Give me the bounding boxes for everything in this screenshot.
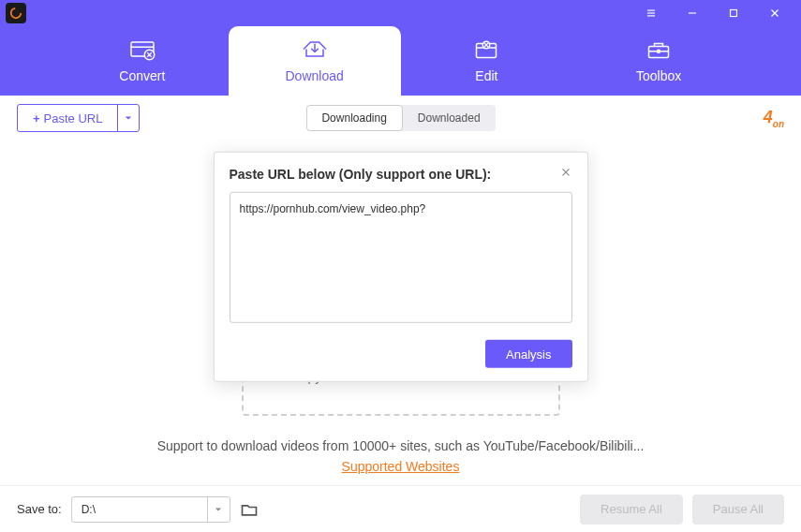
edit-icon bbox=[472, 38, 500, 63]
paste-url-dialog: Paste URL below (Only support one URL): … bbox=[214, 152, 588, 382]
url-input[interactable] bbox=[230, 192, 572, 323]
chevron-down-icon bbox=[215, 506, 222, 513]
maximize-button[interactable] bbox=[713, 0, 754, 26]
svg-rect-5 bbox=[731, 10, 737, 17]
saveto-dropdown[interactable] bbox=[207, 497, 230, 522]
seg-downloading[interactable]: Downloading bbox=[305, 105, 402, 131]
chevron-down-icon bbox=[125, 114, 132, 122]
paste-url-button[interactable]: + Paste URL bbox=[17, 104, 140, 132]
tab-convert[interactable]: Convert bbox=[56, 26, 229, 96]
pause-all-button[interactable]: Pause All bbox=[692, 495, 784, 525]
toolbar: + Paste URL Downloading Downloaded 4on bbox=[0, 96, 801, 140]
tab-download[interactable]: Download bbox=[229, 26, 401, 96]
tab-toolbox[interactable]: Toolbox bbox=[572, 26, 745, 96]
dialog-title: Paste URL below (Only support one URL): bbox=[230, 167, 492, 182]
toolbox-icon bbox=[645, 38, 673, 63]
titlebar bbox=[0, 0, 801, 26]
support-text: Support to download videos from 10000+ s… bbox=[157, 438, 645, 453]
tab-label: Convert bbox=[119, 68, 165, 83]
close-icon bbox=[559, 166, 572, 179]
paste-url-label: Paste URL bbox=[44, 111, 103, 126]
resume-all-button[interactable]: Resume All bbox=[580, 495, 683, 525]
paste-url-dropdown[interactable] bbox=[118, 105, 139, 131]
navbar: Convert Download Edit Toolbox bbox=[0, 26, 801, 96]
convert-icon bbox=[128, 38, 156, 63]
saveto-label: Save to: bbox=[17, 502, 62, 516]
download-icon bbox=[301, 38, 329, 63]
close-button[interactable] bbox=[754, 0, 795, 26]
minimize-button[interactable] bbox=[672, 0, 713, 26]
tab-edit[interactable]: Edit bbox=[401, 26, 573, 96]
tab-label: Edit bbox=[475, 68, 497, 83]
brand-icon: 4on bbox=[764, 108, 784, 129]
download-state-segment: Downloading Downloaded bbox=[305, 105, 495, 131]
dialog-close-button[interactable] bbox=[559, 166, 572, 183]
seg-downloaded[interactable]: Downloaded bbox=[403, 105, 496, 131]
analysis-button[interactable]: Analysis bbox=[485, 340, 571, 368]
saveto-value: D:\ bbox=[72, 503, 207, 516]
app-logo bbox=[6, 3, 26, 23]
plus-icon: + bbox=[33, 111, 40, 126]
paste-url-main[interactable]: + Paste URL bbox=[18, 105, 118, 131]
menu-button[interactable] bbox=[630, 0, 672, 26]
svg-point-19 bbox=[658, 50, 660, 52]
svg-point-0 bbox=[11, 8, 22, 19]
footer: Save to: D:\ Resume All Pause All bbox=[0, 485, 801, 532]
main-area: Copy URL and click here to download Supp… bbox=[0, 140, 801, 485]
saveto-select[interactable]: D:\ bbox=[71, 496, 230, 523]
tab-label: Toolbox bbox=[636, 68, 681, 83]
tab-label: Download bbox=[285, 68, 343, 83]
open-folder-button[interactable] bbox=[240, 500, 259, 519]
supported-websites-link[interactable]: Supported Websites bbox=[342, 459, 460, 474]
